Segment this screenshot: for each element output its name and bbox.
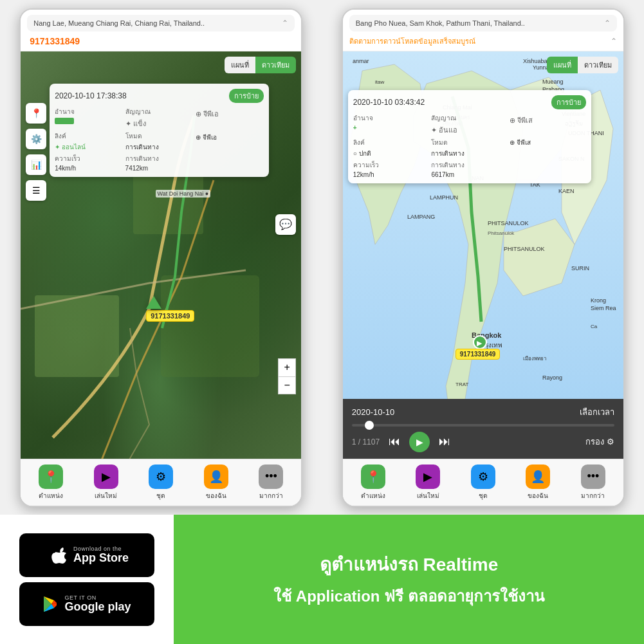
app-store-text: Download on the App Store [73, 546, 129, 565]
phone2-tab-replay-label: เล่นใหม่ [417, 491, 439, 501]
phone2-info-panel: 2020-10-10 03:43:42 การบ้าย อำนาจ + สัญญ… [348, 90, 591, 183]
phone1-tab-replay[interactable]: ▶ เล่นใหม่ [87, 465, 125, 501]
phone2-tab-location[interactable]: 📍 ตำแหน่ง [354, 465, 392, 501]
phone1-speed-row: ความเร็ว 14km/h [55, 154, 123, 172]
promo-line1: ดูตำแหน่งรถ Realtime [320, 550, 499, 578]
svg-text:itaw: itaw [375, 79, 384, 85]
phone1-tab-settings[interactable]: ⚙ ชุด [142, 465, 180, 501]
promo-section: ดูตำแหน่งรถ Realtime ใช้ Application ฟรี… [174, 515, 644, 644]
phone1-marker-arrow [146, 296, 161, 309]
phone2-info-grid: อำนาจ + สัญญาณ ✦ อ้นแอ ⊕ จีพีเส [353, 113, 586, 178]
phone1-panel-header: 2020-10-10 17:38:38 การบ้าย [55, 89, 264, 103]
phone2-datetime: 2020-10-10 03:43:42 [353, 98, 425, 107]
phone1-tab-mine[interactable]: 👤 ของฉัน [197, 465, 235, 501]
phone2-status-chevron[interactable]: ⌃ [611, 37, 617, 46]
svg-text:KAEN: KAEN [558, 188, 575, 194]
zoom-in-btn[interactable]: + [278, 358, 296, 376]
app-store-label: App Store [73, 552, 129, 565]
phone2-tab-more[interactable]: ••• มากกว่า [574, 465, 612, 501]
phone1-status-badge: การบ้าย [229, 89, 264, 103]
phone1-signal-val: ✦ แข็ง [125, 118, 194, 129]
phone1-gps2-val: ⊕ จีพีเอ [196, 133, 264, 142]
phone1-link-label: ลิงค์ [55, 131, 123, 141]
phone1: Nang Lae, Mueang Chiang Rai, Chiang Rai,… [19, 8, 302, 507]
filter-btn[interactable]: กรอง ⚙ [585, 435, 614, 448]
phone1-map-btn[interactable]: แผนที่ [225, 57, 255, 73]
phone2-speed-label: ความเร็ว [353, 160, 430, 170]
phone1-tab-replay-label: เล่นใหม่ [95, 491, 117, 501]
phone2: Bang Pho Nuea, Sam Khok, Pathum Thani, T… [342, 8, 625, 507]
phone2-map-toggle: แผนที่ ดาวเทียม [547, 57, 618, 73]
phone2-signal-row: สัญญาณ ✦ อ้นแอ [431, 113, 508, 136]
phone1-header: Nang Lae, Mueang Chiang Rai, Chiang Rai,… [21, 10, 301, 51]
phone2-speed-val: 12km/h [353, 171, 430, 178]
filter-gear-icon: ⚙ [607, 437, 614, 446]
phone2-tab-bar: 📍 ตำแหน่ง ▶ เล่นใหม่ ⚙ ชุด 👤 ของฉัน [343, 459, 623, 506]
phone1-dist-val: 7412km [125, 165, 264, 172]
playback-controls: 1 / 1107 ⏮ ▶ ⏭ กรอง ⚙ [352, 432, 614, 452]
phone2-tab-settings[interactable]: ⚙ ชุด [464, 465, 502, 501]
phone1-marker: 9171331849 [146, 296, 194, 322]
google-play-label: Google play [64, 601, 131, 614]
select-time[interactable]: เลือกเวลา [580, 405, 614, 419]
phone1-address: Nang Lae, Mueang Chiang Rai, Chiang Rai,… [33, 19, 205, 27]
phone2-chevron[interactable]: ⌃ [604, 19, 611, 28]
phone1-address-bar: Nang Lae, Mueang Chiang Rai, Chiang Rai,… [27, 15, 295, 32]
phone2-speed-row: ความเร็ว 12km/h [353, 160, 430, 178]
phones-section: Nang Lae, Mueang Chiang Rai, Chiang Rai,… [0, 0, 644, 515]
phone2-gps-val: ⊕ จีพีเส [510, 115, 586, 126]
playback-date-row: 2020-10-10 เลือกเวลา [352, 405, 614, 419]
phone2-signal-label: สัญญาณ [431, 113, 508, 123]
phone1-location-icon[interactable]: 📍 [26, 103, 46, 124]
svg-text:LAMPANG: LAMPANG [407, 214, 435, 220]
zoom-out-btn[interactable]: − [278, 376, 296, 394]
phone1-msg-icon[interactable]: 💬 [275, 214, 296, 235]
rewind-btn[interactable]: ⏮ [385, 434, 404, 450]
play-count: 1 / 1107 [352, 437, 380, 446]
progress-bar[interactable] [352, 424, 614, 427]
forward-btn[interactable]: ⏭ [435, 434, 454, 450]
phone1-gps-val: ⊕ จีพีเอ [196, 108, 264, 120]
phone2-map-area: Chiang Mai เทศบาลนคร เชียงใหม่ NAN LAMPH… [343, 51, 623, 399]
app-store-badge[interactable]: Download on the App Store [19, 533, 154, 577]
phone1-settings-icon[interactable]: ⚙️ [26, 129, 46, 149]
phone2-mode-label: โหมด [431, 138, 508, 147]
play-btn[interactable]: ▶ [409, 432, 430, 452]
phone1-chart-icon[interactable]: 📊 [26, 154, 46, 175]
phone2-map-btn[interactable]: แผนที่ [547, 57, 578, 73]
svg-text:Rayong: Rayong [542, 374, 562, 381]
phone1-settings-tab-icon: ⚙ [149, 465, 173, 489]
phone2-playback-bar: 2020-10-10 เลือกเวลา 1 / 1107 ⏮ ▶ ⏭ กรอง… [343, 399, 623, 459]
google-play-text: GET IT ON Google play [64, 594, 131, 614]
phone2-tab-mine[interactable]: 👤 ของฉัน [519, 465, 557, 501]
filter-label: กรอง [585, 435, 604, 448]
phone2-battery: + [353, 124, 430, 131]
phone2-address: Bang Pho Nuea, Sam Khok, Pathum Thani, T… [356, 19, 525, 27]
phone1-tab-location[interactable]: 📍 ตำแหน่ง [32, 465, 70, 501]
phone1-signal-row: สัญญาณ ✦ แข็ง [125, 107, 194, 129]
phone2-tab-replay[interactable]: ▶ เล่นใหม่ [409, 465, 447, 501]
phone1-list-icon[interactable]: ☰ [26, 180, 46, 201]
app-store-section: Download on the App Store GET IT ON Goog… [0, 515, 174, 644]
phone1-number: 9171331849 [30, 36, 80, 46]
google-play-badge[interactable]: GET IT ON Google play [19, 582, 154, 626]
svg-text:anmar: anmar [353, 58, 369, 64]
phone2-link-label: ลิงค์ [353, 138, 430, 147]
phone1-satellite-btn[interactable]: ดาวเทียม [255, 57, 296, 73]
phone1-chevron[interactable]: ⌃ [282, 19, 288, 28]
phone1-datetime: 2020-10-10 17:38:38 [55, 91, 126, 100]
progress-dot [365, 421, 374, 430]
phone1-location-tab-icon: 📍 [39, 465, 63, 489]
phone2-power-label: อำนาจ [353, 113, 430, 123]
phone1-left-sidebar: 📍 ⚙️ 📊 ☰ [26, 103, 46, 201]
phone1-map-area: Wat Doi Hang Nai ● แผนที่ ดาวเทียม 📍 ⚙️ … [21, 51, 301, 459]
phone1-marker-label: 9171331849 [146, 310, 194, 322]
phone1-info-grid: อำนาจ สัญญาณ ✦ แข็ง ⊕ จีพีเอ [55, 107, 264, 172]
phone2-satellite-btn[interactable]: ดาวเทียม [578, 57, 618, 73]
phone2-settings-tab-icon: ⚙ [471, 465, 495, 489]
phone1-power-label: อำนาจ [55, 107, 123, 116]
phone1-speed-val: 14km/h [55, 165, 123, 172]
phone1-mode-val: การเดินทาง [125, 142, 194, 152]
phone1-tab-more[interactable]: ••• มากกว่า [252, 465, 290, 501]
phone1-more-tab-icon: ••• [259, 465, 283, 489]
